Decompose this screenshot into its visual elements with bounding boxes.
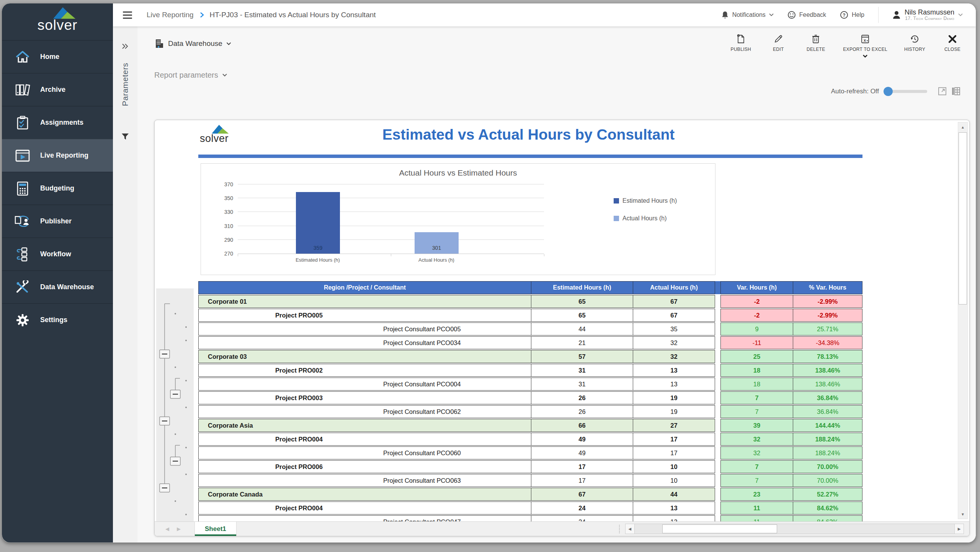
delete-button[interactable]: DELETE	[805, 34, 826, 58]
cell-actual-hours[interactable]: 27	[633, 419, 715, 432]
sidebar-item-data-warehouse[interactable]: Data Warehouse	[2, 270, 113, 303]
cell-estimated-hours[interactable]: 31	[531, 364, 633, 377]
cell-estimated-hours[interactable]: 17	[531, 460, 633, 473]
horizontal-scrollbar[interactable]: ◀ ▶	[625, 524, 964, 534]
breadcrumb-section[interactable]: Live Reporting	[147, 11, 194, 19]
close-button[interactable]: CLOSE	[942, 34, 963, 58]
splitter-handle[interactable]	[619, 525, 620, 533]
cell-name[interactable]: Project PRO002	[198, 364, 531, 377]
cell-estimated-hours[interactable]: 65	[531, 309, 633, 322]
column-header[interactable]: Region /Project / Consultant	[198, 281, 531, 294]
cell-pct-var-hours[interactable]: 70.00%	[793, 474, 862, 487]
cell-pct-var-hours[interactable]: 84.62%	[793, 502, 862, 515]
cell-actual-hours[interactable]: 35	[633, 322, 715, 335]
cell-var-hours[interactable]: 7	[720, 405, 793, 418]
sheet-tab[interactable]: Sheet1	[194, 522, 237, 536]
cell-actual-hours[interactable]: 32	[633, 336, 715, 349]
grid-view-icon[interactable]	[951, 87, 960, 96]
cell-actual-hours[interactable]: 10	[633, 460, 715, 473]
hamburger-menu-icon[interactable]	[123, 11, 132, 19]
cell-estimated-hours[interactable]: 49	[531, 446, 633, 459]
cell-name[interactable]: Corporate 01	[198, 295, 531, 308]
sidebar-item-assignments[interactable]: Assignments	[2, 106, 113, 139]
cell-name[interactable]: Project PRO005	[198, 309, 531, 322]
cell-actual-hours[interactable]: 13	[633, 378, 715, 391]
sheet-nav-right-icon[interactable]: ▶	[177, 526, 181, 532]
cell-actual-hours[interactable]: 17	[633, 446, 715, 459]
popout-icon[interactable]	[938, 87, 947, 96]
cell-estimated-hours[interactable]: 66	[531, 419, 633, 432]
scroll-down-button[interactable]: ▼	[958, 510, 967, 519]
feedback-button[interactable]: Feedback	[787, 11, 826, 19]
cell-var-hours[interactable]: 32	[720, 433, 793, 446]
sidebar-item-live-reporting[interactable]: Live Reporting	[2, 139, 113, 172]
cell-actual-hours[interactable]: 19	[633, 405, 715, 418]
cell-actual-hours[interactable]: 10	[633, 474, 715, 487]
cell-var-hours[interactable]: 18	[720, 364, 793, 377]
horizontal-scrollbar-thumb[interactable]	[662, 524, 777, 533]
cell-actual-hours[interactable]: 19	[633, 391, 715, 404]
cell-pct-var-hours[interactable]: 188.24%	[793, 433, 862, 446]
cell-var-hours[interactable]: -11	[720, 336, 793, 349]
user-menu[interactable]: Nils Rasmussen 17. Tech Company Demo	[892, 8, 963, 21]
column-header[interactable]: % Var. Hours	[793, 281, 862, 294]
cell-pct-var-hours[interactable]: 188.24%	[793, 446, 862, 459]
filter-icon[interactable]	[121, 133, 129, 140]
scroll-right-button[interactable]: ▶	[954, 524, 964, 534]
sheet-nav-left-icon[interactable]: ◀	[165, 526, 169, 532]
cell-pct-var-hours[interactable]: -2.99%	[793, 295, 862, 308]
column-header[interactable]: Actual Hours (h)	[633, 281, 715, 294]
cell-actual-hours[interactable]: 67	[633, 295, 715, 308]
column-header[interactable]: Estimated Hours (h)	[531, 281, 633, 294]
auto-refresh-slider[interactable]	[884, 90, 927, 93]
cell-var-hours[interactable]: 25	[720, 350, 793, 363]
parameters-rail-label[interactable]: Parameters	[121, 63, 130, 106]
cell-name[interactable]: Project Consultant PCO005	[198, 322, 531, 335]
cell-pct-var-hours[interactable]: 36.84%	[793, 405, 862, 418]
cell-var-hours[interactable]: 7	[720, 460, 793, 473]
vertical-scrollbar-thumb[interactable]	[959, 132, 967, 304]
cell-var-hours[interactable]: 7	[720, 391, 793, 404]
cell-estimated-hours[interactable]: 24	[531, 502, 633, 515]
cell-name[interactable]: Project PRO004	[198, 502, 531, 515]
history-button[interactable]: HISTORY	[904, 34, 925, 58]
cell-pct-var-hours[interactable]: 36.84%	[793, 391, 862, 404]
cell-name[interactable]: Project Consultant PCO004	[198, 378, 531, 391]
cell-name[interactable]: Project PRO004	[198, 433, 531, 446]
notifications-button[interactable]: Notifications	[721, 11, 774, 19]
cell-name[interactable]: Corporate 03	[198, 350, 531, 363]
cell-name[interactable]: Project Consultant PCO034	[198, 336, 531, 349]
cell-estimated-hours[interactable]: 21	[531, 336, 633, 349]
publish-button[interactable]: PUBLISH	[730, 34, 751, 58]
expand-panel-icon[interactable]	[121, 43, 129, 49]
cell-var-hours[interactable]: -2	[720, 295, 793, 308]
cell-estimated-hours[interactable]: 24	[531, 515, 633, 521]
cell-estimated-hours[interactable]: 57	[531, 350, 633, 363]
cell-name[interactable]: Project PRO006	[198, 460, 531, 473]
sidebar-item-home[interactable]: Home	[2, 40, 113, 73]
cell-estimated-hours[interactable]: 31	[531, 378, 633, 391]
sidebar-item-publisher[interactable]: Publisher	[2, 205, 113, 238]
cell-name[interactable]: Project Consultant PCO060	[198, 446, 531, 459]
cell-actual-hours[interactable]: 13	[633, 364, 715, 377]
cell-pct-var-hours[interactable]: 84.62%	[793, 515, 862, 521]
cell-actual-hours[interactable]: 13	[633, 502, 715, 515]
cell-pct-var-hours[interactable]: 78.13%	[793, 350, 862, 363]
cell-var-hours[interactable]: 23	[720, 488, 793, 501]
cell-pct-var-hours[interactable]: 144.44%	[793, 419, 862, 432]
cell-estimated-hours[interactable]: 67	[531, 488, 633, 501]
cell-pct-var-hours[interactable]: -2.99%	[793, 309, 862, 322]
sidebar-item-workflow[interactable]: Workflow	[2, 238, 113, 270]
help-button[interactable]: ? Help	[840, 11, 864, 19]
cell-var-hours[interactable]: 39	[720, 419, 793, 432]
cell-pct-var-hours[interactable]: 70.00%	[793, 460, 862, 473]
cell-name[interactable]: Project PRO003	[198, 391, 531, 404]
cell-pct-var-hours[interactable]: -34.38%	[793, 336, 862, 349]
cell-var-hours[interactable]: 18	[720, 378, 793, 391]
cell-actual-hours[interactable]: 32	[633, 350, 715, 363]
vertical-scrollbar[interactable]: ▲ ▼	[958, 122, 968, 519]
report-parameters-toggle[interactable]: Report parameters	[154, 71, 976, 80]
cell-estimated-hours[interactable]: 17	[531, 474, 633, 487]
auto-refresh-slider-knob[interactable]	[884, 87, 893, 96]
scroll-up-button[interactable]: ▲	[958, 122, 967, 132]
